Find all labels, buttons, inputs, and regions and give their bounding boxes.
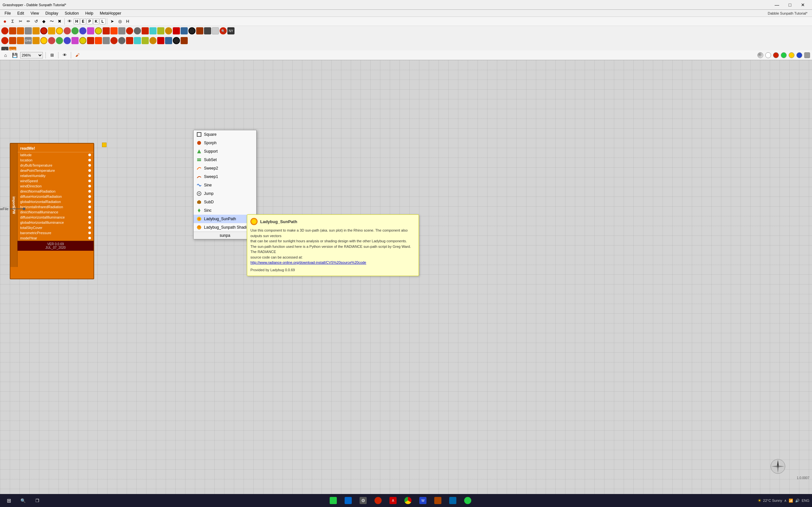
dd-item-sporph[interactable]: Sporph bbox=[193, 139, 256, 147]
epw-top-right-handle[interactable] bbox=[102, 143, 107, 147]
taskapp-settings[interactable]: ⚙ bbox=[356, 494, 370, 507]
epw-dot-skycover[interactable] bbox=[89, 226, 91, 229]
comp-icon2-10[interactable] bbox=[71, 37, 78, 44]
menu-view[interactable]: View bbox=[27, 10, 42, 17]
search-button[interactable]: 🔍 bbox=[17, 494, 29, 507]
color-blue-icon[interactable] bbox=[796, 52, 802, 58]
volume-icon[interactable]: 🔊 bbox=[795, 499, 800, 503]
comp-icon-25[interactable] bbox=[188, 27, 195, 35]
comp-icon2-15[interactable] bbox=[110, 37, 118, 44]
epw-dot-latitude[interactable] bbox=[89, 154, 91, 156]
close-button[interactable]: ✕ bbox=[796, 0, 809, 10]
comp-icon2-19[interactable] bbox=[141, 37, 149, 44]
dd-item-sweep1[interactable]: Sweep1 bbox=[193, 172, 256, 181]
taskapp-adobe[interactable]: A bbox=[386, 494, 400, 507]
comp-icon-21[interactable] bbox=[157, 27, 164, 35]
taskapp-app3[interactable] bbox=[446, 494, 460, 507]
epw-side-panel[interactable]: importEPW bbox=[10, 144, 17, 267]
comp-icon2-13[interactable] bbox=[95, 37, 102, 44]
menu-edit[interactable]: Edit bbox=[14, 10, 27, 17]
network-icon[interactable]: 📶 bbox=[789, 499, 793, 503]
home-icon[interactable]: ⌂ bbox=[2, 52, 9, 59]
comp-icon-13[interactable] bbox=[95, 27, 102, 35]
epw-dot-diffuseillum[interactable] bbox=[89, 216, 91, 219]
comp-icon2-21[interactable] bbox=[157, 37, 164, 44]
comp-icon-29[interactable]: 🔍 bbox=[220, 27, 227, 35]
comp-icon-10[interactable] bbox=[71, 27, 78, 35]
menu-solution[interactable]: Solution bbox=[61, 10, 82, 17]
tb-h-key[interactable]: H bbox=[74, 18, 79, 24]
comp-icon2-14[interactable] bbox=[103, 37, 110, 44]
comp-icon-28[interactable] bbox=[212, 27, 219, 35]
view-icon[interactable]: 👁 bbox=[61, 52, 68, 59]
comp-icon2-3[interactable] bbox=[17, 37, 24, 44]
comp-icon2-2[interactable] bbox=[9, 37, 16, 44]
comp-icon2-5[interactable] bbox=[33, 37, 40, 44]
color-gray-icon[interactable] bbox=[804, 52, 810, 58]
taskapp-word[interactable]: W bbox=[416, 494, 430, 507]
paint-icon[interactable]: 🖌 bbox=[74, 52, 81, 59]
epw-dot-location[interactable] bbox=[89, 159, 91, 161]
comp-icon-8[interactable] bbox=[56, 27, 63, 35]
canvas-area[interactable]: _epwFile importEPW readMe! latitude loca… bbox=[0, 60, 812, 494]
start-button[interactable]: ⊞ bbox=[3, 494, 15, 507]
color-yellow-icon[interactable] bbox=[789, 52, 795, 58]
comp-icon2-23[interactable] bbox=[173, 37, 180, 44]
epw-dot-windspeed[interactable] bbox=[89, 180, 91, 182]
tb-e-key[interactable]: E bbox=[80, 18, 86, 24]
comp-icon2-11[interactable] bbox=[79, 37, 86, 44]
taskapp-chrome[interactable] bbox=[401, 494, 415, 507]
menu-display[interactable]: Display bbox=[42, 10, 61, 17]
dd-item-sine[interactable]: Sine bbox=[193, 181, 256, 189]
color-white-icon[interactable] bbox=[765, 52, 771, 58]
epw-dot-directillum[interactable] bbox=[89, 211, 91, 213]
epw-dot-globalillum[interactable] bbox=[89, 221, 91, 224]
comp-icon-30[interactable]: NY bbox=[227, 27, 234, 35]
tb-wire-icon[interactable]: 〜 bbox=[48, 18, 55, 25]
tb-sigma-icon[interactable]: Σ bbox=[9, 18, 16, 25]
comp-icon-12[interactable] bbox=[87, 27, 94, 35]
tb-circle-icon[interactable]: ● bbox=[1, 18, 8, 25]
tb-refresh-icon[interactable]: ↺ bbox=[33, 18, 40, 25]
dd-item-square[interactable]: Square bbox=[193, 130, 256, 139]
comp-icon-5[interactable] bbox=[33, 27, 40, 35]
taskapp-explorer[interactable] bbox=[341, 494, 355, 507]
tb-cross-icon[interactable]: ✖ bbox=[56, 18, 63, 25]
comp-icon-4[interactable] bbox=[25, 27, 32, 35]
epw-dot-modelyear[interactable] bbox=[89, 237, 91, 239]
minimize-button[interactable]: — bbox=[770, 0, 784, 10]
comp-icon2-24[interactable] bbox=[181, 37, 188, 44]
comp-icon-11[interactable] bbox=[79, 27, 86, 35]
tb-k-key[interactable]: K bbox=[93, 18, 99, 24]
comp-icon-26[interactable] bbox=[196, 27, 203, 35]
tb-l-key[interactable]: L bbox=[100, 18, 106, 24]
comp-icon-7[interactable] bbox=[48, 27, 55, 35]
comp-icon2-8[interactable] bbox=[56, 37, 63, 44]
maximize-button[interactable]: □ bbox=[784, 0, 796, 10]
epw-input-dot[interactable] bbox=[23, 208, 25, 210]
comp-icon-6[interactable] bbox=[40, 27, 47, 35]
comp-icon-22[interactable] bbox=[165, 27, 172, 35]
comp-icon-3[interactable] bbox=[17, 27, 24, 35]
tb-target-icon[interactable]: ◎ bbox=[116, 18, 123, 25]
epw-dot-infrared[interactable] bbox=[89, 206, 91, 208]
epw-dot-drybulb[interactable] bbox=[89, 164, 91, 167]
comp-icon2-18[interactable] bbox=[134, 37, 141, 44]
menu-metahopper[interactable]: MetaHopper bbox=[97, 10, 124, 17]
comp-icon-16[interactable] bbox=[118, 27, 125, 35]
menu-file[interactable]: File bbox=[1, 10, 14, 17]
comp-icon-2[interactable] bbox=[9, 27, 16, 35]
comp-icon-27[interactable] bbox=[204, 27, 211, 35]
comp-icon2-9[interactable] bbox=[64, 37, 71, 44]
epw-dot-directnormal[interactable] bbox=[89, 190, 91, 192]
comp-icon-9[interactable] bbox=[64, 27, 71, 35]
comp-icon2-17[interactable] bbox=[126, 37, 133, 44]
epw-dot-diffuse[interactable] bbox=[89, 195, 91, 198]
comp-icon-24[interactable] bbox=[181, 27, 188, 35]
comp-icon-1[interactable] bbox=[1, 27, 8, 35]
dd-item-subset[interactable]: SubSet bbox=[193, 156, 256, 164]
zoom-select[interactable]: 296% 200% 150% 100% 75% 50% bbox=[20, 52, 43, 58]
dd-item-subd[interactable]: SubD bbox=[193, 198, 256, 206]
dd-item-sinc[interactable]: Sinc bbox=[193, 206, 256, 215]
comp-icon2-12[interactable] bbox=[87, 37, 94, 44]
